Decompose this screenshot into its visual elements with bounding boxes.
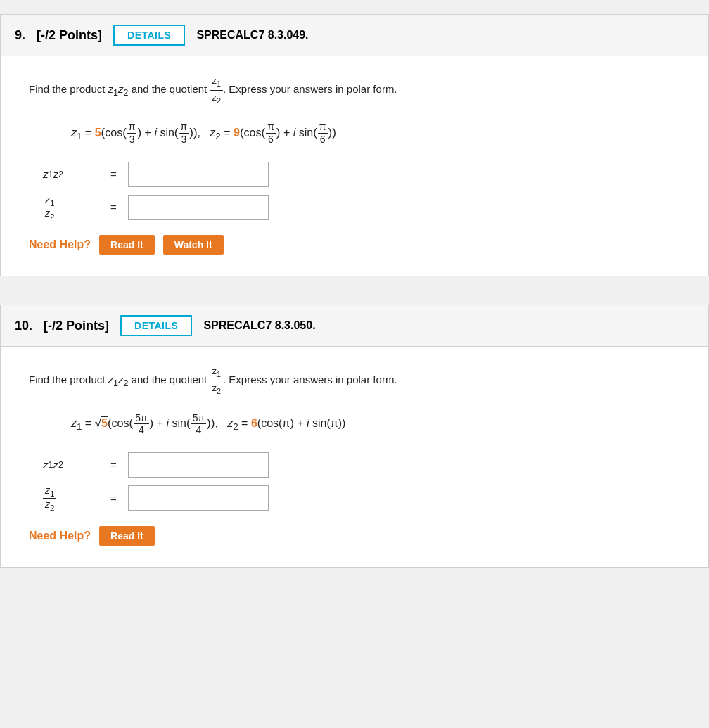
problem-10-description: Find the product z1z2 and the quotient z… [29,364,680,397]
problem-10-quotient-input[interactable] [128,485,269,511]
problem-9-quotient-row: z1 z2 = [43,194,680,222]
spacer [0,283,709,298]
problem-10-formula: z1 = √5(cos(5π4) + i sin(5π4)), z2 = 6(c… [71,411,680,437]
problem-9-need-help-label: Need Help? [29,238,91,251]
problem-10-points: [-/2 Points] [44,319,109,333]
problem-9-formula: z1 = 5(cos(π3) + i sin(π3)), z2 = 9(cos(… [71,121,680,146]
problem-9-quotient-label: z1 z2 [43,194,99,222]
problem-9-code: SPRECALC7 8.3.049. [196,29,308,41]
problem-10-need-help-label: Need Help? [29,530,91,542]
problem-10-product-label: z1z2 [43,459,99,471]
problem-10-product-input[interactable] [128,452,269,478]
problem-10-body: Find the product z1z2 and the quotient z… [1,347,708,566]
problem-9-points: [-/2 Points] [37,28,102,43]
problem-9-block: 9. [-/2 Points] DETAILS SPRECALC7 8.3.04… [0,14,709,276]
problem-10-product-row: z1z2 = [43,452,680,478]
problem-9-read-it-button[interactable]: Read It [99,235,155,255]
problem-9-body: Find the product z1z2 and the quotient z… [1,56,708,276]
problem-9-quotient-input[interactable] [128,195,269,220]
problem-10-header: 10. [-/2 Points] DETAILS SPRECALC7 8.3.0… [1,305,708,347]
problem-10-quotient-row: z1 z2 = [43,485,680,512]
problem-9-need-help-row: Need Help? Read It Watch It [29,235,680,255]
problem-9-number: 9. [15,28,25,43]
problem-9-header: 9. [-/2 Points] DETAILS SPRECALC7 8.3.04… [1,15,708,56]
problem-10-read-it-button[interactable]: Read It [99,526,155,546]
problem-9-product-input[interactable] [128,162,269,187]
problem-9-details-button[interactable]: DETAILS [113,25,185,46]
problem-10-quotient-label: z1 z2 [43,485,99,512]
problem-9-watch-it-button[interactable]: Watch It [163,235,224,255]
page-container: 9. [-/2 Points] DETAILS SPRECALC7 8.3.04… [0,0,709,582]
problem-10-block: 10. [-/2 Points] DETAILS SPRECALC7 8.3.0… [0,305,709,567]
problem-10-number: 10. [15,319,32,333]
problem-10-details-button[interactable]: DETAILS [120,315,192,336]
problem-10-need-help-row: Need Help? Read It [29,526,680,546]
problem-9-product-label: z1z2 [43,168,99,180]
problem-9-product-row: z1z2 = [43,162,680,187]
problem-10-code: SPRECALC7 8.3.050. [203,319,315,332]
problem-9-description: Find the product z1z2 and the quotient z… [29,74,680,107]
